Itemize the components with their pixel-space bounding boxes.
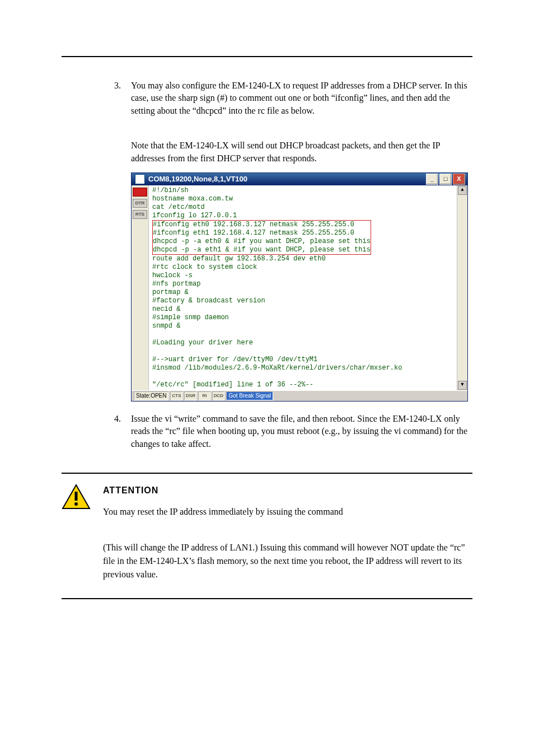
- term-line: dhcpcd -p -a eth1 & #if you want DHCP, p…: [153, 246, 371, 254]
- term-line: [152, 330, 453, 339]
- term-line: #!/bin/sh: [152, 186, 453, 195]
- svg-point-2: [74, 502, 78, 506]
- term-line: "/etc/rc" [modified] line 1 of 36 --2%--: [152, 381, 453, 389]
- term-line: [152, 372, 453, 381]
- term-line: #nfs portmap: [152, 280, 453, 288]
- titlebar[interactable]: COM8,19200,None,8,1,VT100 _ □ X: [132, 173, 467, 185]
- attention-box: ATTENTION You may reset the IP address i…: [62, 473, 472, 599]
- window-title: COM8,19200,None,8,1,VT100: [148, 175, 426, 183]
- attention-p2: (This will change the IP address of LAN1…: [103, 541, 472, 581]
- svg-rect-1: [75, 492, 78, 501]
- term-line: ifconfig lo 127.0.0.1: [152, 212, 453, 220]
- step-3: 3. You may also configure the EM-1240-LX…: [111, 80, 472, 117]
- step-4: 4. Issue the vi “write” command to save …: [111, 413, 472, 450]
- attention-p1: You may reset the IP address immediately…: [103, 505, 472, 519]
- terminal-window: COM8,19200,None,8,1,VT100 _ □ X DTR RTS …: [131, 172, 468, 402]
- term-line: #rtc clock to system clock: [152, 263, 453, 272]
- app-icon: [135, 174, 145, 184]
- term-line: hwclock -s: [152, 272, 453, 280]
- status-dcd: DCD: [212, 391, 224, 400]
- status-dsr: DSR: [184, 391, 196, 400]
- step-3-note: Note that the EM-1240-LX will send out D…: [131, 139, 472, 165]
- term-line: route add default gw 192.168.3.254 dev e…: [152, 255, 453, 263]
- dtr-indicator[interactable]: DTR: [133, 199, 147, 208]
- term-line: [152, 347, 453, 356]
- scroll-up-button[interactable]: ▲: [458, 186, 467, 195]
- minimize-button[interactable]: _: [426, 174, 438, 185]
- term-line: cat /etc/motd: [152, 203, 453, 212]
- maximize-button[interactable]: □: [439, 174, 452, 185]
- signal-gutter: DTR RTS: [132, 185, 149, 390]
- term-line: #factory & broadcast version: [152, 297, 453, 305]
- warning-icon: [62, 484, 91, 581]
- term-line: #ifconfig eth0 192.168.3.127 netmask 255…: [153, 221, 371, 229]
- status-state: State:OPEN: [134, 391, 168, 400]
- term-line: dhcpcd -p -a eth0 & #if you want DHCP, p…: [153, 237, 371, 246]
- term-line: snmpd &: [152, 322, 453, 330]
- header-rule: [62, 56, 472, 57]
- step-3-number: 3.: [111, 80, 121, 117]
- terminal-content[interactable]: #!/bin/sh hostname moxa.com.tw cat /etc/…: [149, 185, 457, 390]
- term-line: #insmod /lib/modules/2.6.9-MoXaRt/kernel…: [152, 364, 453, 372]
- term-line: portmap &: [152, 288, 453, 297]
- term-line: #-->uart driver for /dev/ttyM0 /dev/ttyM…: [152, 356, 453, 364]
- term-line: #Loading your driver here: [152, 339, 453, 347]
- highlight-block: #ifconfig eth0 192.168.3.127 netmask 255…: [152, 220, 371, 255]
- step-3-text: You may also configure the EM-1240-LX to…: [131, 80, 472, 117]
- status-cts: CTS: [170, 391, 182, 400]
- term-line: #simple snmp daemon: [152, 314, 453, 322]
- status-bar: State:OPEN CTS DSR RI DCD Got Break Sign…: [132, 390, 467, 401]
- scroll-down-button[interactable]: ▼: [458, 381, 467, 390]
- scrollbar[interactable]: ▲ ▼: [457, 185, 467, 390]
- term-line: necid &: [152, 305, 453, 314]
- step-4-number: 4.: [111, 413, 121, 450]
- attention-heading: ATTENTION: [103, 484, 472, 497]
- step-4-text: Issue the vi “write” command to save the…: [131, 413, 472, 450]
- term-line: #ifconfig eth1 192.168.4.127 netmask 255…: [153, 229, 371, 237]
- status-ri: RI: [198, 391, 210, 400]
- rts-indicator[interactable]: RTS: [133, 210, 147, 219]
- signal-indicator: [133, 188, 147, 197]
- status-message: Got Break Signal: [226, 391, 273, 400]
- close-button[interactable]: X: [453, 174, 465, 185]
- term-line: hostname moxa.com.tw: [152, 195, 453, 203]
